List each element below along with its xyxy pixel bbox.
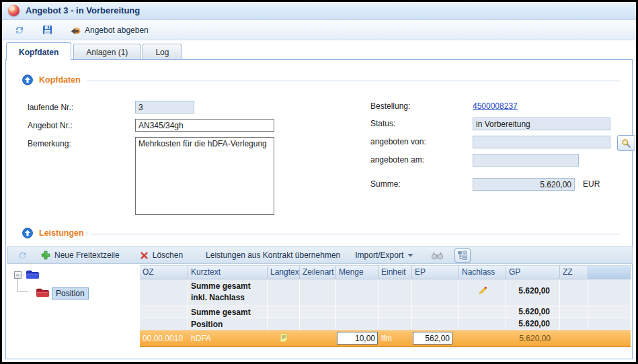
- table-row-position[interactable]: Position 5.620,00: [140, 318, 631, 330]
- from-contract-button[interactable]: Leistungen aus Kontrakt übernehmen: [202, 248, 344, 262]
- cell-filler: [588, 306, 631, 318]
- table-row-summe-inkl-nachlass[interactable]: Summe gesamt inkl. Nachlass 5.620,00: [140, 279, 631, 306]
- column-header-oz[interactable]: OZ: [140, 265, 188, 279]
- cell-ep: [412, 330, 459, 347]
- position-folder-icon[interactable]: [36, 287, 50, 298]
- table-row-item-selected[interactable]: 00.00.0010 hDFA lfm 5.620,00: [140, 330, 631, 347]
- save-button[interactable]: [38, 23, 56, 37]
- cell-kurztext: hDFA: [188, 330, 268, 347]
- new-freetext-row-label: Neue Freitextzeile: [54, 251, 120, 260]
- binoculars-icon: [431, 251, 444, 260]
- bestellung-link[interactable]: 4500008237: [473, 101, 518, 111]
- cell-nachlass: [459, 318, 506, 330]
- cell-filler: [588, 318, 631, 330]
- cell-langtext: [268, 330, 300, 347]
- refresh-button[interactable]: [10, 23, 29, 38]
- summe-label: Summe:: [370, 179, 401, 189]
- angeboten-von-lookup-button[interactable]: [617, 135, 635, 151]
- cell-gp: 5.620,00: [506, 318, 560, 330]
- tab-log[interactable]: Log: [143, 44, 182, 60]
- refresh-icon: [14, 25, 25, 36]
- tab-anlagen[interactable]: Anlagen (1): [73, 44, 141, 60]
- collapse-up-icon[interactable]: [22, 228, 33, 238]
- column-header-zz[interactable]: ZZ: [560, 265, 588, 279]
- tab-kopfdaten[interactable]: Kopfdaten: [6, 42, 71, 60]
- tree-node-position[interactable]: Position: [52, 287, 89, 300]
- cell-oz: 00.00.0010: [140, 330, 188, 347]
- cell-ep: [412, 279, 459, 306]
- leistungen-refresh-button[interactable]: [13, 248, 32, 263]
- table-header-row: OZ Kurztext Langtext Zeilenart Menge Ein…: [140, 265, 631, 279]
- submit-offer-label: Angebot abgeben: [85, 26, 149, 35]
- tree-connector: [17, 279, 28, 292]
- kopfdaten-section-header: Kopfdaten: [22, 75, 620, 85]
- angeboten-am-field: [473, 154, 579, 167]
- tree-view-toggle-button[interactable]: [454, 248, 471, 263]
- collapse-up-icon[interactable]: [22, 75, 33, 85]
- cell-zz: [560, 306, 588, 318]
- cell-oz: [140, 279, 188, 306]
- cell-zz: [560, 279, 588, 306]
- cell-einheit: lfm: [378, 330, 412, 347]
- cell-einheit: [378, 279, 412, 306]
- delete-button[interactable]: Löschen: [136, 248, 187, 262]
- angeboten-von-field: [473, 136, 610, 148]
- from-contract-label: Leistungen aus Kontrakt übernehmen: [206, 251, 340, 260]
- laufende-nr-label: laufende Nr.:: [28, 103, 73, 112]
- magnifier-icon: [621, 138, 631, 148]
- cell-kurztext: Summe gesamt inkl. Nachlass: [188, 279, 268, 306]
- cell-menge: [336, 318, 378, 330]
- angebot-nr-label: Angebot Nr.:: [28, 121, 73, 130]
- cell-gp: 5.620,00: [506, 330, 560, 347]
- cell-oz: [140, 318, 188, 330]
- leistungen-section-header: Leistungen: [22, 228, 620, 238]
- edit-nachlass-pencil-icon[interactable]: [477, 286, 487, 296]
- ep-input[interactable]: [413, 332, 452, 345]
- cell-menge: [336, 330, 378, 347]
- cell-gp: 5.620,00: [506, 279, 560, 306]
- table-row-summe-gesamt[interactable]: Summe gesamt 5.620,00: [140, 306, 631, 318]
- column-header-langtext[interactable]: Langtext: [268, 265, 300, 279]
- column-header-filler: [588, 265, 631, 279]
- submit-offer-button[interactable]: Angebot abgeben: [66, 24, 153, 37]
- menge-input[interactable]: [337, 332, 378, 345]
- column-header-einheit[interactable]: Einheit: [378, 265, 412, 279]
- cell-menge: [336, 306, 378, 318]
- cell-filler: [588, 279, 631, 306]
- application-window: Angebot 3 - in Vorbereitung Angebot abge…: [0, 0, 638, 364]
- new-freetext-row-button[interactable]: Neue Freitextzeile: [37, 248, 124, 262]
- column-header-kurztext[interactable]: Kurztext: [188, 265, 268, 279]
- view-button[interactable]: [427, 249, 448, 262]
- window-title: Angebot 3 - in Vorbereitung: [26, 5, 140, 15]
- column-header-zeilenart[interactable]: Zeilenart: [300, 265, 336, 279]
- delete-label: Löschen: [153, 251, 183, 260]
- leistungen-section-title: Leistungen: [39, 228, 84, 238]
- bemerkung-field[interactable]: Mehrkosten für die hDFA-Verlegung: [135, 137, 274, 215]
- hierarchy-tree-icon: [458, 251, 467, 260]
- cell-ep: [412, 306, 459, 318]
- column-header-ep[interactable]: EP: [412, 265, 459, 279]
- import-export-menu-button[interactable]: Import/Export: [351, 248, 417, 262]
- cell-einheit: [378, 318, 412, 330]
- column-header-menge[interactable]: Menge: [336, 265, 378, 279]
- cell-zz: [560, 330, 588, 347]
- window-app-icon: [8, 5, 19, 16]
- cell-filler: [588, 330, 631, 347]
- cell-menge: [336, 279, 378, 306]
- angebot-nr-field[interactable]: [135, 119, 274, 132]
- column-header-nachlass[interactable]: Nachlass: [459, 265, 506, 279]
- angeboten-von-label: angeboten von:: [370, 137, 426, 146]
- column-header-gp[interactable]: GP: [506, 265, 560, 279]
- tree-collapse-expander[interactable]: [14, 271, 22, 279]
- cell-oz: [140, 306, 188, 318]
- cell-zeilenart: [300, 330, 336, 347]
- refresh-icon: [17, 251, 28, 261]
- plus-icon: [41, 251, 50, 260]
- bemerkung-label: Bemerkung:: [28, 139, 71, 148]
- import-export-label: Import/Export: [355, 251, 403, 260]
- angeboten-am-label: angeboten am:: [370, 155, 424, 165]
- langtext-note-icon[interactable]: [279, 333, 288, 343]
- submit-offer-icon: [70, 26, 81, 35]
- summe-field: [473, 178, 575, 191]
- summe-currency-label: EUR: [583, 179, 600, 189]
